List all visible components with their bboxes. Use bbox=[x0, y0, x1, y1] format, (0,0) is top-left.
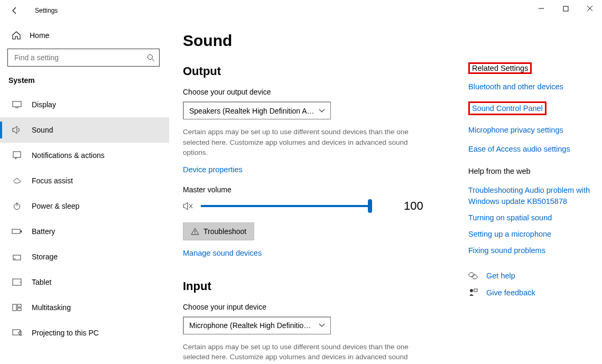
nav-storage[interactable]: Storage bbox=[0, 244, 169, 269]
nav-multitasking[interactable]: Multitasking bbox=[0, 295, 169, 320]
nav-tablet[interactable]: Tablet bbox=[0, 269, 169, 295]
nav-focus-assist[interactable]: Focus assist bbox=[0, 168, 169, 193]
input-device-value: Microphone (Realtek High Definitio… bbox=[189, 321, 311, 330]
maximize-button[interactable] bbox=[553, 0, 578, 17]
master-volume-label: Master volume bbox=[183, 185, 437, 194]
related-settings-heading: Related Settings bbox=[468, 62, 532, 74]
titlebar: Settings bbox=[0, 0, 602, 21]
slider-thumb[interactable] bbox=[368, 199, 372, 213]
home-link[interactable]: Home bbox=[7, 26, 162, 49]
page-title: Sound bbox=[183, 32, 591, 50]
output-device-properties-link[interactable]: Device properties bbox=[183, 165, 243, 174]
help-mic-link[interactable]: Setting up a microphone bbox=[468, 229, 591, 240]
search-field[interactable] bbox=[13, 53, 147, 62]
chevron-down-icon bbox=[319, 109, 325, 113]
home-icon bbox=[12, 31, 21, 40]
multitasking-icon bbox=[12, 304, 22, 311]
nav-label: Power & sleep bbox=[32, 202, 79, 210]
svg-rect-11 bbox=[13, 255, 21, 260]
bluetooth-link[interactable]: Bluetooth and other devices bbox=[468, 82, 591, 91]
svg-rect-4 bbox=[13, 101, 21, 107]
nav-label: Notifications & actions bbox=[32, 151, 105, 160]
troubleshoot-label: Troubleshoot bbox=[203, 227, 246, 236]
category-heading: System bbox=[7, 76, 162, 92]
nav-label: Storage bbox=[32, 253, 58, 261]
search-icon bbox=[147, 54, 155, 62]
close-button[interactable] bbox=[578, 0, 602, 17]
sound-control-panel-link[interactable]: Sound Control Panel bbox=[468, 101, 547, 115]
nav-list: Display Sound Notifications & actions Fo… bbox=[0, 92, 169, 346]
svg-rect-1 bbox=[563, 6, 568, 11]
svg-point-20 bbox=[195, 233, 196, 234]
nav-notifications[interactable]: Notifications & actions bbox=[0, 143, 169, 168]
main-content: Sound Output Choose your output device S… bbox=[169, 21, 602, 364]
help-fix-link[interactable]: Fixing sound problems bbox=[468, 245, 591, 256]
nav-label: Multitasking bbox=[32, 303, 71, 312]
output-hint: Certain apps may be set up to use differ… bbox=[183, 127, 426, 158]
output-choose-label: Choose your output device bbox=[183, 88, 437, 96]
back-button[interactable] bbox=[7, 3, 22, 18]
input-heading: Input bbox=[183, 279, 437, 293]
window-title: Settings bbox=[35, 7, 58, 14]
feedback-icon bbox=[468, 288, 478, 297]
help-heading: Help from the web bbox=[468, 167, 591, 175]
nav-projecting[interactable]: Projecting to this PC bbox=[0, 320, 169, 346]
power-icon bbox=[12, 202, 22, 210]
volume-value: 100 bbox=[404, 199, 423, 213]
svg-line-3 bbox=[152, 59, 155, 61]
manage-sound-devices-link[interactable]: Manage sound devices bbox=[183, 249, 262, 257]
output-heading: Output bbox=[183, 64, 437, 78]
get-help-icon bbox=[468, 271, 478, 281]
output-device-dropdown[interactable]: Speakers (Realtek High Definition A… bbox=[183, 101, 331, 119]
output-device-value: Speakers (Realtek High Definition A… bbox=[189, 107, 314, 115]
focus-icon bbox=[12, 176, 22, 185]
nav-battery[interactable]: Battery bbox=[0, 219, 169, 244]
search-input[interactable] bbox=[7, 49, 160, 67]
chevron-down-icon bbox=[319, 323, 325, 328]
svg-rect-6 bbox=[13, 152, 21, 157]
sound-icon bbox=[12, 126, 22, 134]
projecting-icon bbox=[12, 329, 22, 337]
master-volume-slider[interactable] bbox=[201, 200, 370, 212]
svg-rect-10 bbox=[21, 230, 22, 232]
nav-label: Display bbox=[32, 100, 56, 109]
minimize-button[interactable] bbox=[529, 0, 553, 17]
give-feedback-link[interactable]: Give feedback bbox=[486, 288, 535, 297]
battery-icon bbox=[12, 228, 22, 235]
get-help-link[interactable]: Get help bbox=[486, 272, 515, 280]
nav-power-sleep[interactable]: Power & sleep bbox=[0, 193, 169, 219]
ease-of-access-link[interactable]: Ease of Access audio settings bbox=[468, 145, 591, 153]
nav-label: Focus assist bbox=[32, 176, 73, 185]
input-choose-label: Choose your input device bbox=[183, 303, 437, 311]
svg-point-12 bbox=[14, 258, 15, 259]
svg-rect-17 bbox=[17, 308, 21, 311]
help-spatial-link[interactable]: Turning on spatial sound bbox=[468, 212, 591, 223]
tablet-icon bbox=[12, 278, 22, 286]
warning-icon bbox=[191, 228, 199, 235]
storage-icon bbox=[12, 253, 22, 261]
svg-rect-24 bbox=[474, 289, 477, 292]
svg-point-14 bbox=[20, 282, 21, 283]
mic-privacy-link[interactable]: Microphone privacy settings bbox=[468, 126, 591, 134]
nav-label: Battery bbox=[32, 227, 55, 236]
nav-sound[interactable]: Sound bbox=[0, 117, 169, 143]
sidebar: Home System Display Sound bbox=[0, 21, 169, 364]
svg-rect-9 bbox=[12, 229, 20, 234]
svg-rect-15 bbox=[13, 304, 16, 311]
nav-display[interactable]: Display bbox=[0, 92, 169, 117]
troubleshoot-button[interactable]: Troubleshoot bbox=[183, 222, 254, 240]
input-hint: Certain apps may be set up to use differ… bbox=[183, 342, 426, 364]
svg-point-2 bbox=[148, 54, 153, 59]
input-device-dropdown[interactable]: Microphone (Realtek High Definitio… bbox=[183, 316, 331, 334]
nav-label: Projecting to this PC bbox=[32, 329, 99, 337]
help-troubleshoot-link[interactable]: Troubleshooting Audio problem with Windo… bbox=[468, 185, 591, 207]
svg-rect-16 bbox=[17, 304, 21, 307]
nav-label: Tablet bbox=[32, 278, 51, 286]
nav-label: Sound bbox=[32, 126, 53, 134]
display-icon bbox=[12, 101, 22, 108]
volume-muted-icon[interactable] bbox=[183, 201, 193, 211]
notifications-icon bbox=[12, 151, 22, 160]
home-label: Home bbox=[30, 31, 49, 40]
svg-point-23 bbox=[470, 289, 473, 292]
